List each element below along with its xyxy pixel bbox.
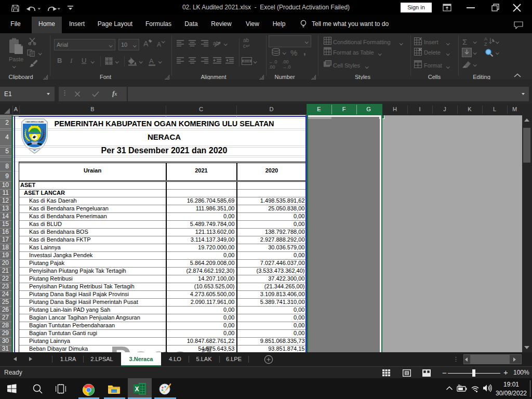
svg-text:X: X: [135, 385, 139, 393]
svg-text:OGAN KOMERING ULU SELATAN: OGAN KOMERING ULU SELATAN: [25, 121, 44, 123]
